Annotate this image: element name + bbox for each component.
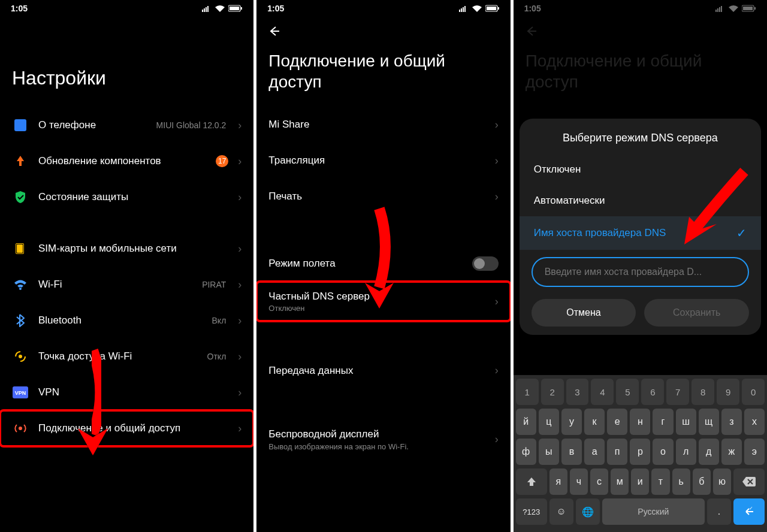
row-label: Передача данных xyxy=(268,364,485,377)
key[interactable]: а xyxy=(584,439,605,465)
key[interactable]: о xyxy=(653,439,673,465)
key[interactable]: ы xyxy=(539,439,559,465)
kbd-row-numbers: 1 2 3 4 5 6 7 8 9 0 xyxy=(516,379,765,405)
key[interactable]: з xyxy=(721,409,742,435)
key[interactable]: л xyxy=(676,439,696,465)
row-label: Состояние защиты xyxy=(38,191,228,203)
key[interactable]: н xyxy=(630,409,650,435)
airplane-toggle[interactable] xyxy=(472,256,499,271)
key[interactable]: я xyxy=(549,468,567,495)
status-bar: 1:05 xyxy=(256,0,510,17)
space-key[interactable]: Русский xyxy=(602,498,705,525)
data-usage-row[interactable]: Передача данных › xyxy=(256,352,510,388)
key[interactable]: б xyxy=(693,468,711,495)
mishare-row[interactable]: Mi Share › xyxy=(256,107,510,143)
print-row[interactable]: Печать › xyxy=(256,179,510,214)
settings-updates[interactable]: Обновление компонентов 17 › xyxy=(0,143,253,179)
settings-about[interactable]: О телефоне MIUI Global 12.0.2 › xyxy=(0,107,253,143)
cast-row[interactable]: Трансляция › xyxy=(256,143,510,179)
key[interactable]: й xyxy=(516,409,536,435)
key[interactable]: ь xyxy=(672,468,690,495)
wireless-display-row[interactable]: Беспроводной дисплей Вывод изображения н… xyxy=(256,419,510,457)
settings-vpn[interactable]: VPN VPN › xyxy=(0,374,253,410)
svg-rect-10 xyxy=(17,244,23,253)
settings-wifi[interactable]: Wi-Fi PIRAT › xyxy=(0,267,253,303)
chevron-right-icon: › xyxy=(238,191,241,204)
cancel-button[interactable]: Отмена xyxy=(532,299,636,327)
key[interactable]: т xyxy=(651,468,669,495)
airplane-row[interactable]: Режим полета xyxy=(256,246,510,282)
emoji-key[interactable]: ☺ xyxy=(549,498,573,525)
key[interactable]: 7 xyxy=(666,379,689,405)
page-title: Настройки xyxy=(0,17,253,107)
key[interactable]: ц xyxy=(539,409,559,435)
settings-hotspot[interactable]: Точка доступа Wi-Fi Откл › xyxy=(0,338,253,374)
key[interactable]: 1 xyxy=(516,379,539,405)
shift-key[interactable] xyxy=(516,468,547,495)
row-label: Трансляция xyxy=(268,154,485,167)
key[interactable]: с xyxy=(590,468,608,495)
period-key[interactable]: . xyxy=(707,498,731,525)
row-sub: Вывод изображения на экран по Wi-Fi. xyxy=(268,442,494,451)
key[interactable]: э xyxy=(744,439,765,465)
settings-bluetooth[interactable]: Bluetooth Вкл › xyxy=(0,303,253,338)
key[interactable]: г xyxy=(653,409,673,435)
screen-dns-dialog: 1:05 Подключение и общий доступ Выберите… xyxy=(514,0,767,532)
svg-text:✓: ✓ xyxy=(749,506,753,511)
key[interactable]: р xyxy=(630,439,650,465)
chevron-right-icon: › xyxy=(238,315,241,327)
key[interactable]: ф xyxy=(516,439,536,465)
chevron-right-icon: › xyxy=(238,155,241,168)
key[interactable]: е xyxy=(607,409,627,435)
language-key[interactable]: 🌐 xyxy=(576,498,600,525)
svg-point-11 xyxy=(19,288,22,290)
key[interactable]: м xyxy=(611,468,629,495)
key[interactable]: 9 xyxy=(717,379,739,405)
dns-option-off[interactable]: Отключен xyxy=(520,154,761,185)
private-dns-row[interactable]: Частный DNS сервер Отключен › xyxy=(256,282,510,321)
kbd-row-bottom: ?123 ☺ 🌐 Русский . ✓ xyxy=(516,498,765,525)
status-time: 1:05 xyxy=(11,4,28,13)
back-button[interactable] xyxy=(267,24,282,38)
opt-label: Имя хоста провайдера DNS xyxy=(534,227,666,239)
key[interactable]: 6 xyxy=(641,379,664,405)
key[interactable]: щ xyxy=(699,409,719,435)
opt-label: Отключен xyxy=(534,164,581,176)
row-side: Вкл xyxy=(212,316,227,325)
key[interactable]: п xyxy=(607,439,627,465)
key[interactable]: ч xyxy=(570,468,588,495)
row-sub: Отключен xyxy=(268,304,494,313)
key[interactable]: ж xyxy=(721,439,742,465)
backspace-key[interactable] xyxy=(733,468,765,495)
settings-security[interactable]: Состояние защиты › xyxy=(0,179,253,215)
enter-key[interactable]: ✓ xyxy=(733,498,765,525)
key[interactable]: 0 xyxy=(742,379,765,405)
svg-rect-3 xyxy=(207,6,209,12)
svg-rect-1 xyxy=(204,8,205,12)
key[interactable]: 2 xyxy=(541,379,564,405)
save-button[interactable]: Сохранить xyxy=(644,299,749,327)
chevron-right-icon: › xyxy=(238,119,241,132)
screen-settings: 1:05 Настройки О телефоне MIUI Global 12… xyxy=(0,0,253,532)
key[interactable]: в xyxy=(561,439,582,465)
key[interactable]: у xyxy=(561,409,582,435)
dns-option-auto[interactable]: Автоматически xyxy=(520,185,761,216)
key[interactable]: 5 xyxy=(616,379,639,405)
key[interactable]: к xyxy=(584,409,605,435)
bluetooth-icon xyxy=(12,312,29,329)
key[interactable]: и xyxy=(631,468,649,495)
dns-hostname-input[interactable] xyxy=(532,257,749,287)
key[interactable]: ш xyxy=(676,409,696,435)
key[interactable]: ю xyxy=(713,468,731,495)
settings-connection-sharing[interactable]: Подключение и общий доступ › xyxy=(0,410,253,446)
key[interactable]: д xyxy=(699,439,719,465)
key[interactable]: 8 xyxy=(691,379,714,405)
svg-rect-0 xyxy=(202,10,203,12)
dns-option-hostname[interactable]: Имя хоста провайдера DNS ✓ xyxy=(520,216,761,250)
key[interactable]: 4 xyxy=(591,379,614,405)
settings-sim[interactable]: SIM-карты и мобильные сети › xyxy=(0,231,253,267)
key[interactable]: 3 xyxy=(566,379,589,405)
symbols-key[interactable]: ?123 xyxy=(516,498,547,525)
key[interactable]: х xyxy=(744,409,765,435)
svg-point-12 xyxy=(19,355,22,358)
